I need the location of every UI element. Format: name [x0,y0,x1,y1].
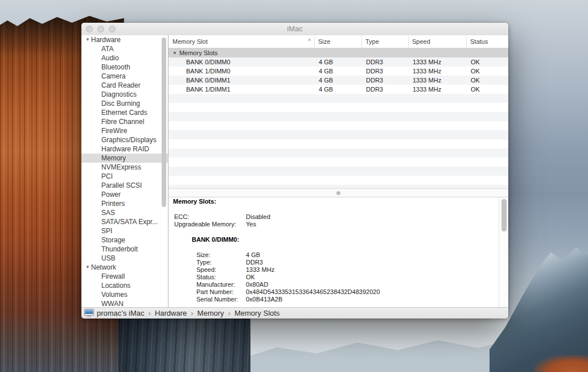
cell-size: 4 GB [315,85,362,94]
detail-label: Manufacturer: [196,281,246,288]
sidebar-item-volumes[interactable]: Volumes [81,290,168,299]
group-row-label: Memory Slots [179,49,217,56]
sidebar-item-camera[interactable]: Camera [81,72,168,81]
detail-scrollbar-thumb[interactable] [501,199,507,232]
wallpaper-rock-pillar [118,314,255,372]
cell-type: DDR3 [362,57,409,67]
sidebar-item-locations[interactable]: Locations [81,281,168,290]
detail-label: Upgradeable Memory: [174,221,246,228]
sidebar-item-parallel-scsi[interactable]: Parallel SCSI [81,181,168,190]
column-header-speed[interactable]: Speed [409,35,467,48]
sidebar-item-spi[interactable]: SPI [81,226,168,235]
sidebar-item-audio[interactable]: Audio [81,53,168,63]
sidebar-item-card-reader[interactable]: Card Reader [81,81,168,90]
column-header-size[interactable]: Size [315,35,362,48]
sidebar-item-label: Printers [101,199,125,208]
cell-speed: 1333 MHz [409,57,467,67]
wallpaper-misty-valley [250,317,518,372]
sidebar-item-nvmexpress[interactable]: NVMExpress [81,163,168,172]
table-row-bank-1-dimm0[interactable]: BANK 1/DIMM04 GBDDR31333 MHzOK [168,67,508,76]
sidebar-item-firewall[interactable]: Firewall [81,272,168,281]
sidebar-item-label: SAS [101,208,115,217]
sidebar-item-label: Power [101,190,121,199]
detail-label: ECC: [174,213,246,221]
sidebar-list: ▼HardwareATAAudioBluetoothCameraCard Rea… [81,35,168,307]
sidebar-item-thunderbolt[interactable]: Thunderbolt [81,245,168,254]
cell-slot: BANK 0/DIMM0 [168,57,315,67]
pane-splitter[interactable] [168,188,508,197]
sidebar-item-label: ATA [101,44,114,53]
table-row-bank-0-dimm0[interactable]: BANK 0/DIMM04 GBDDR31333 MHzOK [168,57,508,67]
table-header: Memory Slot ^ Size Type Speed Status [168,35,508,48]
sidebar-item-label: Thunderbolt [101,245,138,254]
detail-value: 4 GB [246,251,260,258]
sidebar-item-storage[interactable]: Storage [81,235,168,245]
detail-scrollbar-track[interactable] [499,197,508,307]
sidebar-item-label: Audio [101,53,119,63]
detail-label: Speed: [196,266,246,274]
sidebar-item-memory[interactable]: Memory [81,154,168,163]
sidebar-item-usb[interactable]: USB [81,254,168,263]
sidebar-item-disc-burning[interactable]: Disc Burning [81,99,168,108]
column-header-status[interactable]: Status [467,35,508,48]
disclosure-triangle-icon[interactable]: ▼ [85,263,91,272]
table-row-bank-1-dimm1[interactable]: BANK 1/DIMM14 GBDDR31333 MHzOK [168,85,508,94]
content-pane: Memory Slot ^ Size Type Speed Status ▼ M… [168,35,508,307]
sidebar-item-diagnostics[interactable]: Diagnostics [81,90,168,99]
sidebar-item-hardware-raid[interactable]: Hardware RAID [81,144,168,154]
imac-computer-icon [84,309,94,317]
sidebar-item-label: WWAN [101,299,124,307]
sidebar-item-sas[interactable]: SAS [81,208,168,217]
detail-label: Size: [196,251,246,259]
sidebar-item-pci[interactable]: PCI [81,172,168,181]
sidebar-item-label: Graphics/Displays [101,135,157,144]
sidebar-item-label: USB [101,254,116,263]
sidebar-item-wwan[interactable]: WWAN [81,299,168,307]
detail-value: 0x484D54333531533643465238432D48392020 [246,288,380,295]
splitter-handle-icon[interactable] [336,191,340,195]
sidebar-item-power[interactable]: Power [81,190,168,199]
sidebar-section-network[interactable]: ▼Network [81,263,168,272]
sidebar-item-sata-sata-expr[interactable]: SATA/SATA Expr... [81,217,168,226]
cell-size: 4 GB [315,57,362,67]
status-bar: promac’s iMac›Hardware›Memory›Memory Slo… [81,307,508,319]
sidebar-section-hardware[interactable]: ▼Hardware [81,35,168,44]
titlebar[interactable]: iMac [81,23,508,36]
sort-ascending-icon: ^ [308,35,311,48]
table-group-row[interactable]: ▼ Memory Slots [168,48,508,57]
sidebar-item-firewire[interactable]: FireWire [81,126,168,135]
sidebar-item-graphics-displays[interactable]: Graphics/Displays [81,135,168,144]
sidebar: ▼HardwareATAAudioBluetoothCameraCard Rea… [81,35,168,307]
sidebar-item-bluetooth[interactable]: Bluetooth [81,63,168,72]
disclosure-triangle-icon[interactable]: ▼ [172,51,177,56]
sidebar-item-printers[interactable]: Printers [81,199,168,208]
sidebar-item-label: Ethernet Cards [101,108,147,117]
sidebar-item-label: Camera [101,72,126,81]
breadcrumb-item-hardware: Hardware [155,309,187,317]
sidebar-item-fibre-channel[interactable]: Fibre Channel [81,117,168,126]
detail-row-manufacturer: Manufacturer:0x80AD [168,281,508,288]
sidebar-item-label: Volumes [101,290,128,299]
detail-label: Serial Number: [196,296,246,303]
detail-label: Status: [196,274,246,281]
sidebar-scrollbar-thumb[interactable] [162,38,166,207]
cell-size: 4 GB [315,67,362,76]
sidebar-item-label: SATA/SATA Expr... [101,217,158,226]
detail-value: Yes [246,221,256,228]
disclosure-triangle-icon[interactable]: ▼ [85,35,91,44]
memory-slot-table: ▼ Memory Slots BANK 0/DIMM04 GBDDR31333 … [168,48,508,188]
detail-pane: Memory Slots: ECC:DisabledUpgradeable Me… [168,197,508,307]
cell-size: 4 GB [315,76,362,85]
system-information-window: iMac ▼HardwareATAAudioBluetoothCameraCar… [81,23,508,319]
cell-slot: BANK 1/DIMM0 [168,67,315,76]
sidebar-item-ethernet-cards[interactable]: Ethernet Cards [81,108,168,117]
detail-bank-rows: Size:4 GBType:DDR3Speed:1333 MHzStatus:O… [168,251,508,303]
column-header-type[interactable]: Type [362,35,409,48]
table-row-bank-0-dimm1[interactable]: BANK 0/DIMM14 GBDDR31333 MHzOK [168,76,508,85]
sidebar-item-label: FireWire [101,126,127,135]
detail-row-size: Size:4 GB [168,251,508,259]
detail-value: 1333 MHz [246,266,274,273]
detail-row-part-number: Part Number:0x484D5433353153364346523843… [168,288,508,296]
column-header-memory-slot[interactable]: Memory Slot ^ [168,35,315,48]
sidebar-item-ata[interactable]: ATA [81,44,168,53]
